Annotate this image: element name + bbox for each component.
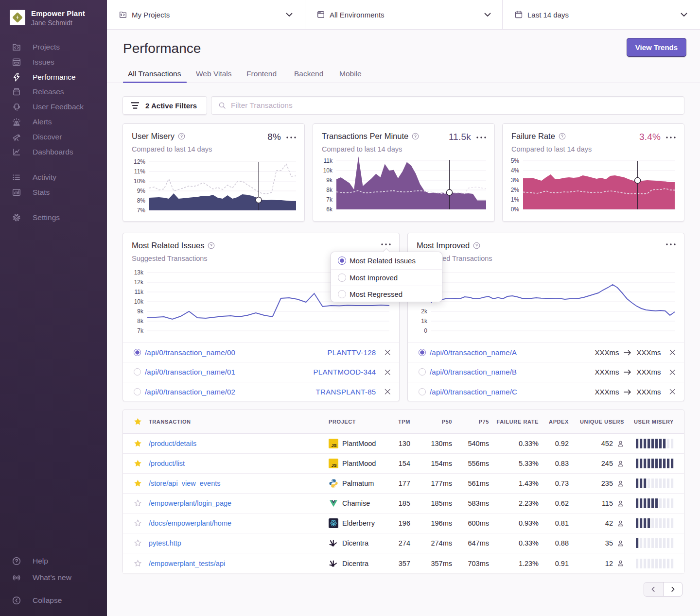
svg-text:10%: 10% [134,178,145,185]
svg-text:1k: 1k [421,318,428,325]
svg-text:9%: 9% [137,188,146,194]
svg-text:8k: 8k [326,187,333,193]
svg-text:13k: 13k [134,269,144,276]
svg-text:8%: 8% [137,197,146,204]
svg-text:6k: 6k [326,206,333,213]
svg-text:10k: 10k [323,167,333,174]
svg-text:JS: JS [332,463,337,468]
svg-text:0%: 0% [511,206,520,213]
svg-text:JS: JS [332,443,337,448]
svg-text:7%: 7% [137,207,146,214]
svg-text:12k: 12k [134,279,144,286]
svg-text:11k: 11k [324,157,333,164]
svg-text:7k: 7k [326,196,333,203]
svg-text:4%: 4% [511,167,520,174]
svg-text:9k: 9k [326,177,333,184]
svg-text:0: 0 [424,327,427,334]
svg-text:10k: 10k [134,298,144,305]
svg-text:9k: 9k [137,308,144,315]
svg-text:3%: 3% [511,177,520,184]
svg-text:7k: 7k [137,327,144,334]
svg-text:11%: 11% [134,168,145,175]
svg-text:2%: 2% [511,187,520,193]
svg-text:11k: 11k [135,289,144,295]
svg-text:1%: 1% [511,196,520,203]
svg-text:2k: 2k [421,308,428,315]
svg-text:12%: 12% [134,158,145,165]
svg-text:8k: 8k [137,318,144,325]
svg-text:5%: 5% [511,157,520,164]
